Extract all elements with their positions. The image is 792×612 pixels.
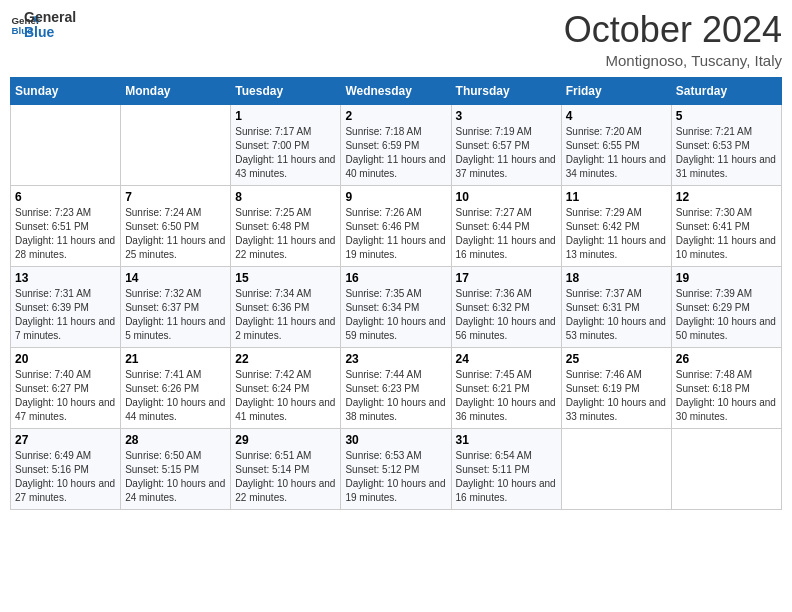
weekday-header: Sunday bbox=[11, 77, 121, 104]
day-number: 29 bbox=[235, 433, 336, 447]
day-info: Sunrise: 6:50 AMSunset: 5:15 PMDaylight:… bbox=[125, 449, 226, 505]
day-info: Sunrise: 7:26 AMSunset: 6:46 PMDaylight:… bbox=[345, 206, 446, 262]
day-info: Sunrise: 7:27 AMSunset: 6:44 PMDaylight:… bbox=[456, 206, 557, 262]
day-info: Sunrise: 7:32 AMSunset: 6:37 PMDaylight:… bbox=[125, 287, 226, 343]
day-info: Sunrise: 7:25 AMSunset: 6:48 PMDaylight:… bbox=[235, 206, 336, 262]
calendar-cell: 20Sunrise: 7:40 AMSunset: 6:27 PMDayligh… bbox=[11, 347, 121, 428]
day-number: 15 bbox=[235, 271, 336, 285]
calendar-cell: 6Sunrise: 7:23 AMSunset: 6:51 PMDaylight… bbox=[11, 185, 121, 266]
calendar-cell: 8Sunrise: 7:25 AMSunset: 6:48 PMDaylight… bbox=[231, 185, 341, 266]
day-info: Sunrise: 7:18 AMSunset: 6:59 PMDaylight:… bbox=[345, 125, 446, 181]
day-number: 25 bbox=[566, 352, 667, 366]
day-number: 19 bbox=[676, 271, 777, 285]
day-info: Sunrise: 7:48 AMSunset: 6:18 PMDaylight:… bbox=[676, 368, 777, 424]
calendar-cell: 16Sunrise: 7:35 AMSunset: 6:34 PMDayligh… bbox=[341, 266, 451, 347]
day-number: 6 bbox=[15, 190, 116, 204]
day-info: Sunrise: 7:30 AMSunset: 6:41 PMDaylight:… bbox=[676, 206, 777, 262]
weekday-header: Monday bbox=[121, 77, 231, 104]
calendar-cell bbox=[11, 104, 121, 185]
day-number: 21 bbox=[125, 352, 226, 366]
day-info: Sunrise: 6:49 AMSunset: 5:16 PMDaylight:… bbox=[15, 449, 116, 505]
day-number: 7 bbox=[125, 190, 226, 204]
day-number: 2 bbox=[345, 109, 446, 123]
calendar-cell bbox=[121, 104, 231, 185]
calendar-cell: 28Sunrise: 6:50 AMSunset: 5:15 PMDayligh… bbox=[121, 428, 231, 509]
calendar-cell: 13Sunrise: 7:31 AMSunset: 6:39 PMDayligh… bbox=[11, 266, 121, 347]
calendar-cell: 26Sunrise: 7:48 AMSunset: 6:18 PMDayligh… bbox=[671, 347, 781, 428]
calendar-cell: 9Sunrise: 7:26 AMSunset: 6:46 PMDaylight… bbox=[341, 185, 451, 266]
day-number: 27 bbox=[15, 433, 116, 447]
day-info: Sunrise: 7:20 AMSunset: 6:55 PMDaylight:… bbox=[566, 125, 667, 181]
day-info: Sunrise: 7:46 AMSunset: 6:19 PMDaylight:… bbox=[566, 368, 667, 424]
day-info: Sunrise: 7:24 AMSunset: 6:50 PMDaylight:… bbox=[125, 206, 226, 262]
day-number: 30 bbox=[345, 433, 446, 447]
day-number: 22 bbox=[235, 352, 336, 366]
day-number: 3 bbox=[456, 109, 557, 123]
calendar-cell: 31Sunrise: 6:54 AMSunset: 5:11 PMDayligh… bbox=[451, 428, 561, 509]
calendar-cell bbox=[671, 428, 781, 509]
day-info: Sunrise: 7:41 AMSunset: 6:26 PMDaylight:… bbox=[125, 368, 226, 424]
day-number: 11 bbox=[566, 190, 667, 204]
day-number: 13 bbox=[15, 271, 116, 285]
calendar-cell: 3Sunrise: 7:19 AMSunset: 6:57 PMDaylight… bbox=[451, 104, 561, 185]
logo: General Blue General Blue bbox=[10, 10, 76, 41]
day-info: Sunrise: 6:54 AMSunset: 5:11 PMDaylight:… bbox=[456, 449, 557, 505]
calendar-cell: 22Sunrise: 7:42 AMSunset: 6:24 PMDayligh… bbox=[231, 347, 341, 428]
weekday-header: Wednesday bbox=[341, 77, 451, 104]
day-info: Sunrise: 7:39 AMSunset: 6:29 PMDaylight:… bbox=[676, 287, 777, 343]
day-info: Sunrise: 7:19 AMSunset: 6:57 PMDaylight:… bbox=[456, 125, 557, 181]
calendar-cell: 24Sunrise: 7:45 AMSunset: 6:21 PMDayligh… bbox=[451, 347, 561, 428]
calendar-cell: 12Sunrise: 7:30 AMSunset: 6:41 PMDayligh… bbox=[671, 185, 781, 266]
weekday-header: Saturday bbox=[671, 77, 781, 104]
calendar-cell: 29Sunrise: 6:51 AMSunset: 5:14 PMDayligh… bbox=[231, 428, 341, 509]
calendar-cell: 1Sunrise: 7:17 AMSunset: 7:00 PMDaylight… bbox=[231, 104, 341, 185]
day-info: Sunrise: 7:37 AMSunset: 6:31 PMDaylight:… bbox=[566, 287, 667, 343]
calendar-cell: 27Sunrise: 6:49 AMSunset: 5:16 PMDayligh… bbox=[11, 428, 121, 509]
day-info: Sunrise: 7:17 AMSunset: 7:00 PMDaylight:… bbox=[235, 125, 336, 181]
weekday-header: Thursday bbox=[451, 77, 561, 104]
day-info: Sunrise: 7:23 AMSunset: 6:51 PMDaylight:… bbox=[15, 206, 116, 262]
location-subtitle: Montignoso, Tuscany, Italy bbox=[564, 52, 782, 69]
calendar-body: 1Sunrise: 7:17 AMSunset: 7:00 PMDaylight… bbox=[11, 104, 782, 509]
day-info: Sunrise: 7:34 AMSunset: 6:36 PMDaylight:… bbox=[235, 287, 336, 343]
calendar-cell: 4Sunrise: 7:20 AMSunset: 6:55 PMDaylight… bbox=[561, 104, 671, 185]
day-number: 4 bbox=[566, 109, 667, 123]
day-number: 8 bbox=[235, 190, 336, 204]
day-info: Sunrise: 7:29 AMSunset: 6:42 PMDaylight:… bbox=[566, 206, 667, 262]
day-info: Sunrise: 7:40 AMSunset: 6:27 PMDaylight:… bbox=[15, 368, 116, 424]
calendar-header: SundayMondayTuesdayWednesdayThursdayFrid… bbox=[11, 77, 782, 104]
day-number: 31 bbox=[456, 433, 557, 447]
day-info: Sunrise: 7:35 AMSunset: 6:34 PMDaylight:… bbox=[345, 287, 446, 343]
calendar-cell: 10Sunrise: 7:27 AMSunset: 6:44 PMDayligh… bbox=[451, 185, 561, 266]
day-number: 20 bbox=[15, 352, 116, 366]
weekday-header: Friday bbox=[561, 77, 671, 104]
day-number: 26 bbox=[676, 352, 777, 366]
day-info: Sunrise: 7:31 AMSunset: 6:39 PMDaylight:… bbox=[15, 287, 116, 343]
day-number: 23 bbox=[345, 352, 446, 366]
calendar-cell: 15Sunrise: 7:34 AMSunset: 6:36 PMDayligh… bbox=[231, 266, 341, 347]
day-number: 5 bbox=[676, 109, 777, 123]
day-number: 18 bbox=[566, 271, 667, 285]
day-number: 12 bbox=[676, 190, 777, 204]
calendar-cell: 14Sunrise: 7:32 AMSunset: 6:37 PMDayligh… bbox=[121, 266, 231, 347]
day-number: 10 bbox=[456, 190, 557, 204]
calendar-cell: 25Sunrise: 7:46 AMSunset: 6:19 PMDayligh… bbox=[561, 347, 671, 428]
calendar-cell: 11Sunrise: 7:29 AMSunset: 6:42 PMDayligh… bbox=[561, 185, 671, 266]
day-number: 1 bbox=[235, 109, 336, 123]
calendar-cell: 7Sunrise: 7:24 AMSunset: 6:50 PMDaylight… bbox=[121, 185, 231, 266]
day-info: Sunrise: 7:21 AMSunset: 6:53 PMDaylight:… bbox=[676, 125, 777, 181]
calendar-cell: 19Sunrise: 7:39 AMSunset: 6:29 PMDayligh… bbox=[671, 266, 781, 347]
day-info: Sunrise: 7:36 AMSunset: 6:32 PMDaylight:… bbox=[456, 287, 557, 343]
logo-blue-text: Blue bbox=[24, 25, 76, 40]
title-block: October 2024 Montignoso, Tuscany, Italy bbox=[564, 10, 782, 69]
calendar-cell bbox=[561, 428, 671, 509]
logo-general-text: General bbox=[24, 10, 76, 25]
month-title: October 2024 bbox=[564, 10, 782, 50]
day-info: Sunrise: 7:42 AMSunset: 6:24 PMDaylight:… bbox=[235, 368, 336, 424]
day-number: 16 bbox=[345, 271, 446, 285]
day-info: Sunrise: 7:44 AMSunset: 6:23 PMDaylight:… bbox=[345, 368, 446, 424]
day-number: 24 bbox=[456, 352, 557, 366]
calendar-cell: 23Sunrise: 7:44 AMSunset: 6:23 PMDayligh… bbox=[341, 347, 451, 428]
calendar-cell: 17Sunrise: 7:36 AMSunset: 6:32 PMDayligh… bbox=[451, 266, 561, 347]
day-info: Sunrise: 6:53 AMSunset: 5:12 PMDaylight:… bbox=[345, 449, 446, 505]
